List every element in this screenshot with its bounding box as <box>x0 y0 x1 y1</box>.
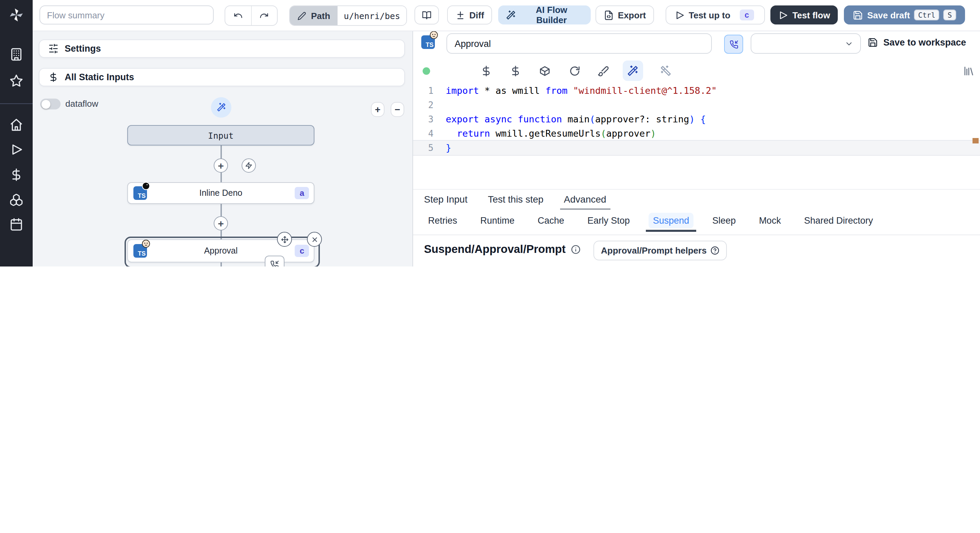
sliders-icon <box>48 43 59 54</box>
line-number: 1 <box>413 84 434 98</box>
reload-button[interactable] <box>569 65 581 77</box>
wand-off-icon <box>660 65 672 77</box>
rail-home-button[interactable] <box>10 118 23 132</box>
code-line[interactable]: 5} <box>413 141 980 155</box>
save-icon <box>853 10 863 20</box>
path-button[interactable]: Path <box>290 6 337 25</box>
docs-button[interactable] <box>414 5 439 24</box>
tab-test-this-step[interactable]: Test this step <box>488 190 543 210</box>
subtab-sleep[interactable]: Sleep <box>708 213 740 228</box>
test-up-to-step-badge: c <box>740 10 754 21</box>
subtab-shared-directory[interactable]: Shared Directory <box>800 213 877 228</box>
all-static-inputs-label: All Static Inputs <box>65 72 134 82</box>
rail-workspace-button[interactable] <box>10 48 23 61</box>
add-step-button[interactable]: + <box>214 159 228 173</box>
save-draft-button[interactable]: Save draft Ctrl S <box>844 5 965 24</box>
dataflow-toggle[interactable] <box>40 98 60 109</box>
redo-button[interactable] <box>251 6 277 25</box>
path-value[interactable]: u/henri/bes <box>337 6 406 25</box>
left-rail <box>0 0 33 266</box>
flow-summary-input[interactable] <box>40 5 214 24</box>
workspace-script-select[interactable] <box>751 33 861 54</box>
step-title-input[interactable] <box>447 33 712 54</box>
library-button[interactable] <box>963 65 975 77</box>
subtab-early-stop[interactable]: Early Stop <box>583 213 634 228</box>
add-trigger-button[interactable] <box>242 159 256 173</box>
all-static-inputs-card[interactable]: All Static Inputs <box>39 68 405 86</box>
resources-button[interactable] <box>510 65 521 77</box>
dollar-icon <box>10 168 23 181</box>
rail-runs-button[interactable] <box>10 143 23 156</box>
save-to-workspace-button[interactable]: Save to workspace <box>868 37 966 48</box>
topbar: Path u/henri/bes Diff AI Flow Builder Ex… <box>33 0 980 31</box>
move-step-button[interactable] <box>277 232 292 247</box>
rail-resources-button[interactable] <box>10 193 23 207</box>
undo-redo-group <box>224 5 278 26</box>
step-editor-panel: TS Save to workspace 1import * as wmill … <box>412 30 980 266</box>
scrollbar-overview-mark <box>972 138 978 143</box>
dollar-icon <box>48 72 59 82</box>
suspend-heading: Suspend/Approval/Prompt <box>424 243 566 255</box>
ai-assistant-button[interactable] <box>627 65 638 77</box>
suspend-settings-shortcut-button[interactable] <box>724 35 743 54</box>
play-icon <box>675 10 685 20</box>
file-export-icon <box>604 10 614 20</box>
calendar-icon <box>10 217 23 231</box>
approval-prompt-helpers-button[interactable]: Approval/Prompt helpers <box>593 241 727 260</box>
format-button[interactable] <box>598 65 609 77</box>
subtab-runtime[interactable]: Runtime <box>476 213 519 228</box>
zoom-in-button[interactable]: + <box>371 102 385 117</box>
rail-variables-button[interactable] <box>10 168 23 181</box>
diff-label: Diff <box>469 10 484 20</box>
info-icon[interactable] <box>571 244 581 254</box>
rail-favorites-button[interactable] <box>10 74 23 88</box>
code-line[interactable]: 2 <box>413 98 980 112</box>
add-step-button[interactable]: + <box>214 216 228 230</box>
subtab-mock[interactable]: Mock <box>755 213 785 228</box>
subtab-suspend[interactable]: Suspend <box>649 213 694 228</box>
step-tabs: Step Input Test this step Advanced <box>413 189 980 211</box>
play-icon <box>778 10 788 20</box>
rail-schedules-button[interactable] <box>10 217 23 231</box>
move-icon <box>281 236 288 243</box>
save-draft-label: Save draft <box>867 10 910 20</box>
approval-emoji-icon <box>142 239 150 248</box>
test-flow-button[interactable]: Test flow <box>770 5 838 24</box>
line-number: 5 <box>413 141 434 155</box>
variables-button[interactable] <box>480 65 492 77</box>
code-editor[interactable]: 1import * as wmill from "windmill-client… <box>413 84 980 155</box>
test-up-to-label: Test up to <box>689 10 730 20</box>
typescript-icon: TS <box>134 244 147 258</box>
deno-icon <box>142 181 150 190</box>
undo-button[interactable] <box>225 6 251 25</box>
code-line[interactable]: 4 return wmill.getResumeUrls(approver) <box>413 127 980 141</box>
subtab-cache[interactable]: Cache <box>533 213 568 228</box>
ai-flow-builder-button[interactable]: AI Flow Builder <box>498 5 591 24</box>
tab-advanced[interactable]: Advanced <box>564 190 606 210</box>
code-line[interactable]: 3export async function main(approver?: s… <box>413 112 980 127</box>
suspend-step-badge[interactable] <box>265 255 285 266</box>
step-node-a[interactable]: TS Inline Deno a <box>127 182 314 204</box>
package-button[interactable] <box>539 65 550 77</box>
package-icon <box>539 65 550 77</box>
ai-step-wand-button[interactable] <box>211 97 231 117</box>
input-node[interactable]: Input <box>127 125 314 146</box>
test-up-to-button[interactable]: Test up to c <box>666 5 765 24</box>
delete-step-button[interactable] <box>307 232 322 247</box>
tab-step-input[interactable]: Step Input <box>424 190 468 210</box>
path-label: Path <box>311 11 330 21</box>
code-line[interactable]: 1import * as wmill from "windmill-client… <box>413 84 980 98</box>
diff-button[interactable]: Diff <box>447 5 492 24</box>
code-lines: 1import * as wmill from "windmill-client… <box>413 84 980 155</box>
phone-incoming-icon <box>270 260 279 266</box>
wand-sparkles-icon <box>506 10 516 20</box>
export-button[interactable]: Export <box>595 5 654 24</box>
zoom-out-button[interactable]: − <box>391 102 404 117</box>
rail-divider <box>0 103 33 104</box>
line-number: 4 <box>413 127 434 141</box>
windmill-logo-icon[interactable] <box>8 7 24 23</box>
ai-disabled-button[interactable] <box>660 65 672 77</box>
diff-icon <box>455 10 465 20</box>
subtab-retries[interactable]: Retries <box>424 213 461 228</box>
flow-settings-card[interactable]: Settings <box>39 40 405 58</box>
